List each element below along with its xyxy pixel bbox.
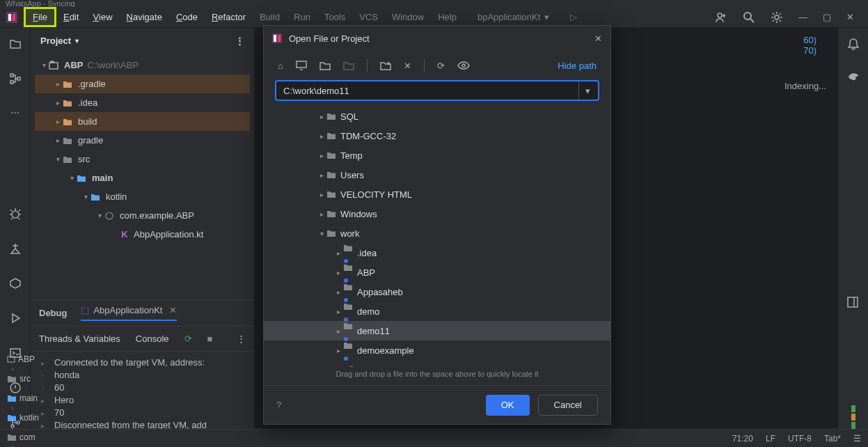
dialog-item-Windows[interactable]: ▸Windows: [272, 204, 602, 224]
dialog-item-Mockmate-java[interactable]: ☕Mockmate.java: [272, 360, 602, 367]
dialog-item-SQL[interactable]: ▸SQL: [272, 107, 602, 126]
path-input[interactable]: [275, 80, 599, 101]
status-lineend[interactable]: LF: [766, 434, 775, 444]
debug-tool-icon[interactable]: [9, 207, 22, 220]
svg-rect-7: [10, 81, 13, 84]
svg-point-5: [775, 15, 779, 19]
console-tab[interactable]: Console: [136, 334, 169, 344]
path-dropdown-icon[interactable]: ▾: [578, 81, 597, 100]
desktop-icon[interactable]: [296, 61, 307, 70]
structure-tool-icon[interactable]: [9, 72, 22, 85]
reader-mode-icon[interactable]: ☰: [853, 434, 861, 444]
menu-run[interactable]: Run: [287, 7, 317, 27]
breadcrumb-item[interactable]: kotlin: [7, 413, 80, 423]
dialog-item-ABP[interactable]: ▸ABP: [272, 262, 602, 282]
notifications-icon[interactable]: [847, 38, 860, 50]
project-panel-kebab-icon[interactable]: ⋮: [235, 36, 244, 46]
menu-window[interactable]: Window: [385, 7, 431, 27]
breadcrumb-item[interactable]: main: [7, 393, 80, 403]
tree-item-com-example-ABP[interactable]: ▾com.example.ABP: [35, 206, 250, 225]
menu-view[interactable]: View: [86, 7, 119, 27]
menu-navigate[interactable]: Navigate: [120, 7, 169, 27]
run-config-selector[interactable]: bpApplicationKt: [478, 12, 540, 22]
dialog-item-work[interactable]: ▾work: [272, 224, 602, 243]
dialog-item-TDM-GCC-32[interactable]: ▸TDM-GCC-32: [272, 126, 602, 146]
menu-edit[interactable]: Edit: [56, 7, 86, 27]
svg-rect-21: [274, 35, 276, 42]
dialog-item-Appasaheb[interactable]: ▸Appasaheb: [272, 282, 602, 301]
menu-refactor[interactable]: Refactor: [205, 7, 253, 27]
dialog-close-icon[interactable]: ✕: [594, 33, 602, 44]
run-tool-icon[interactable]: [9, 312, 22, 324]
project-root[interactable]: ▾ ABP C:\work\ABP: [35, 56, 250, 74]
breadcrumb-item[interactable]: com: [7, 432, 80, 442]
menu-code[interactable]: Code: [169, 7, 205, 27]
run-icon[interactable]: ▷: [570, 12, 577, 22]
tree-item-AbpApplication-kt[interactable]: KAbpApplication.kt: [35, 225, 250, 244]
dialog-file-tree[interactable]: ▸SQL▸TDM-GCC-32▸Temp▸Users▸VELOCITY HTML…: [264, 101, 610, 367]
services-tool-icon[interactable]: [9, 277, 22, 290]
threads-vars-tab[interactable]: Threads & Variables: [39, 334, 120, 344]
svg-rect-23: [297, 61, 306, 68]
status-indent[interactable]: Tab*: [824, 434, 841, 444]
rerun-icon[interactable]: ⟳: [184, 334, 192, 344]
breadcrumb-item[interactable]: src: [7, 374, 80, 384]
tree-item-gradle[interactable]: ▸gradle: [35, 131, 250, 150]
show-hidden-icon[interactable]: [457, 61, 470, 70]
menu-file[interactable]: File: [24, 7, 56, 27]
dialog-item-demoexample[interactable]: ▸demoexample: [272, 340, 602, 360]
delete-icon[interactable]: ✕: [404, 61, 411, 71]
svg-rect-18: [848, 297, 858, 307]
close-tab-icon[interactable]: ✕: [169, 305, 177, 315]
debug-tab[interactable]: Debug: [39, 308, 67, 318]
home-icon[interactable]: ⌂: [278, 61, 283, 71]
tree-item-src[interactable]: ▾src: [35, 150, 250, 168]
add-user-icon[interactable]: [715, 11, 727, 24]
close-window-icon[interactable]: ✕: [846, 12, 854, 22]
maximize-icon[interactable]: ▢: [823, 12, 831, 22]
menu-tools[interactable]: Tools: [317, 7, 352, 27]
build-tool-icon[interactable]: [9, 242, 22, 255]
project-tree[interactable]: ▾ ABP C:\work\ABP ▸.gradle▸.idea▸build▸g…: [31, 53, 254, 299]
project-tool-icon[interactable]: [9, 38, 22, 50]
ok-button[interactable]: OK: [486, 395, 530, 416]
svg-rect-19: [8, 356, 15, 362]
cancel-button[interactable]: Cancel: [538, 395, 598, 416]
dialog-item-demo11[interactable]: ▸demo11: [264, 321, 610, 340]
tree-item-main[interactable]: ▾main: [35, 168, 250, 187]
gradle-tool-icon[interactable]: [846, 68, 860, 82]
help-icon[interactable]: ?: [276, 400, 281, 410]
tree-item--idea[interactable]: ▸.idea: [35, 93, 250, 112]
dialog-item--idea[interactable]: ▸.idea: [272, 243, 602, 262]
search-icon[interactable]: [743, 11, 755, 24]
minimize-icon[interactable]: —: [798, 12, 807, 22]
open-file-dialog: Open File or Project ✕ ⌂ ✕ ⟳ Hide path ▾…: [263, 25, 611, 425]
breadcrumb-item[interactable]: ABP: [7, 354, 80, 364]
stop-icon[interactable]: ■: [207, 334, 213, 344]
more-tool-icon[interactable]: ⋯: [10, 107, 19, 118]
tree-item-kotlin[interactable]: ▾kotlin: [35, 187, 250, 206]
dialog-item-VELOCITY-HTML[interactable]: ▸VELOCITY HTML: [272, 185, 602, 204]
project-panel-header[interactable]: Project▾ ⋮: [31, 28, 254, 53]
menu-vcs[interactable]: VCS: [352, 7, 385, 27]
tree-item-build[interactable]: ▸build: [35, 112, 250, 131]
dialog-item-Temp[interactable]: ▸Temp: [272, 146, 602, 165]
new-folder-icon[interactable]: [380, 61, 391, 70]
hide-path-link[interactable]: Hide path: [558, 61, 597, 71]
dialog-item-Users[interactable]: ▸Users: [272, 165, 602, 185]
settings-icon[interactable]: [771, 11, 783, 24]
menu-build[interactable]: Build: [253, 7, 287, 27]
svg-rect-8: [17, 77, 20, 80]
debug-runconfig-tab[interactable]: ⬚ AbpApplicationKt ✕: [81, 305, 177, 321]
svg-point-4: [744, 13, 751, 19]
layout-icon[interactable]: [847, 297, 858, 308]
module-dir-icon[interactable]: [343, 61, 354, 70]
tree-item--gradle[interactable]: ▸.gradle: [35, 74, 250, 93]
svg-point-3: [718, 13, 722, 17]
status-encoding[interactable]: UTF-8: [788, 434, 812, 444]
refresh-icon[interactable]: ⟳: [437, 61, 445, 71]
debug-kebab-icon[interactable]: ⋮: [237, 334, 246, 344]
project-dir-icon[interactable]: [319, 61, 331, 70]
dialog-item-demo[interactable]: ▸demo: [272, 301, 602, 321]
menu-help[interactable]: Help: [431, 7, 464, 27]
